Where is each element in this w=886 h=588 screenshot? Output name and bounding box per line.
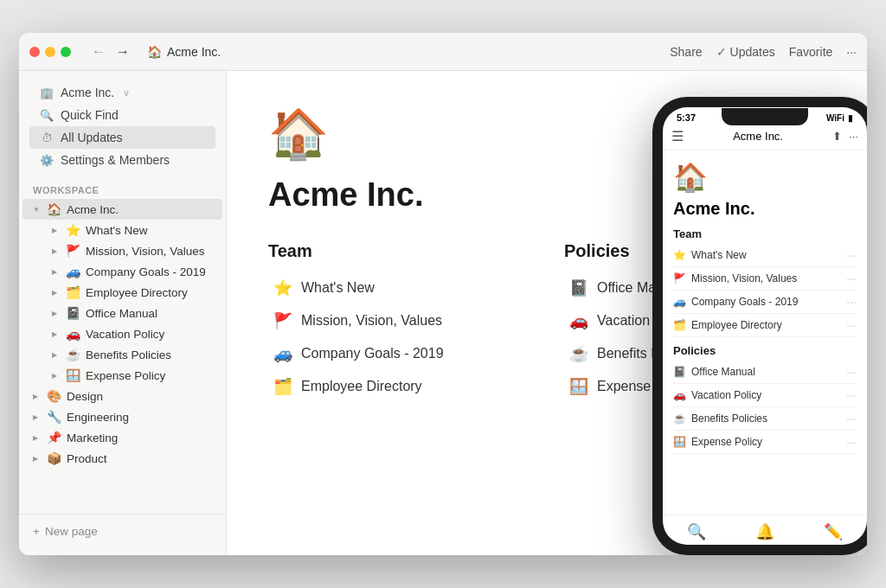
more-button[interactable]: ··· [846, 45, 857, 59]
sidebar-item-label: What's New [86, 224, 212, 237]
phone-policies-heading: Policies [673, 344, 857, 357]
share-button[interactable]: Share [670, 45, 702, 59]
phone-policies-benefits-policies[interactable]: ☕Benefits Policies··· [673, 407, 857, 431]
item-emoji: 📦 [47, 451, 61, 465]
back-arrow[interactable]: ← [88, 42, 109, 61]
item-label: Company Goals - 2019 [301, 346, 444, 361]
sidebar-top-label: Design [67, 390, 212, 403]
phone-policies-vacation-policy[interactable]: 🚗Vacation Policy··· [673, 384, 857, 407]
phone-item-label: Employee Directory [691, 319, 782, 331]
item-emoji: 🚩 [66, 244, 80, 258]
phone-item-emoji: ☕ [673, 412, 686, 425]
sidebar: 🏢 Acme Inc. ∨ 🔍 Quick Find ⏱ All Updates… [19, 71, 227, 555]
all-updates-label: All Updates [61, 131, 123, 144]
updates-button[interactable]: ✓ Updates [716, 45, 775, 59]
phone-search-tab[interactable]: 🔍 [687, 522, 706, 541]
clock-icon: ⏱ [40, 131, 54, 144]
check-icon: ✓ [716, 45, 727, 59]
breadcrumb[interactable]: 🏠 Acme Inc. [147, 45, 221, 59]
item-emoji: 🚗 [569, 311, 588, 330]
phone-item-more[interactable]: ··· [846, 295, 857, 309]
phone-menu-icon[interactable]: ☰ [671, 128, 684, 144]
phone-share-icon[interactable]: ⬆ [832, 130, 842, 143]
expand-tri-icon: ▶ [33, 393, 42, 400]
phone-policies-office-manual[interactable]: 📓Office Manual··· [673, 361, 857, 384]
expand-tri-icon: ▶ [52, 247, 61, 255]
sidebar-item-employee-directory[interactable]: ▶🗂️Employee Directory [42, 282, 222, 303]
phone-item-emoji: 🚗 [673, 389, 686, 401]
sidebar-item-office-manual[interactable]: ▶📓Office Manual [42, 303, 222, 323]
phone-policies-expense-policy[interactable]: 🪟Expense Policy··· [673, 431, 857, 454]
phone-item-more[interactable]: ··· [846, 412, 857, 425]
sidebar-item-vacation-policy[interactable]: ▶🚗Vacation Policy [42, 323, 222, 344]
phone-more-icon[interactable]: ··· [849, 130, 858, 143]
phone-item-more[interactable]: ··· [846, 365, 857, 379]
quick-find-item[interactable]: 🔍 Quick Find [29, 104, 215, 126]
item-emoji: 🪟 [66, 368, 80, 382]
team-item-whats-new[interactable]: ⭐What's New [268, 272, 530, 304]
settings-item[interactable]: ⚙️ Settings & Members [29, 149, 215, 171]
phone-item-emoji: 🚙 [673, 296, 686, 308]
team-item-company-goals---2019[interactable]: 🚙Company Goals - 2019 [268, 337, 530, 370]
close-button[interactable] [29, 47, 40, 57]
expand-tri-icon: ▶ [52, 351, 61, 359]
page-emoji: 🏠 [147, 45, 162, 59]
quick-find-label: Quick Find [61, 108, 119, 122]
sidebar-item-label: Vacation Policy [86, 328, 212, 341]
phone-team-mission-vision-values[interactable]: 🚩Mission, Vision, Values··· [673, 267, 857, 291]
phone-bottom-bar: 🔍 🔔 ✏️ [663, 514, 867, 545]
phone-item-label: Company Goals - 2019 [691, 296, 798, 308]
phone-team-company-goals---2019[interactable]: 🚙Company Goals - 2019··· [673, 291, 857, 314]
traffic-lights [29, 47, 71, 57]
new-page-button[interactable]: + New page [29, 521, 215, 541]
sidebar-item-design[interactable]: ▶🎨Design [22, 386, 222, 406]
breadcrumb-title: Acme Inc. [167, 45, 221, 59]
minimize-button[interactable] [45, 47, 55, 57]
workspace-name-label: Acme Inc. [61, 86, 114, 99]
app-window: ← → 🏠 Acme Inc. Share ✓ Updates Favorite… [19, 33, 867, 555]
sidebar-item-whats-new[interactable]: ▶⭐What's New [42, 220, 222, 240]
item-emoji: ⭐ [273, 278, 292, 297]
team-item-mission-vision-values[interactable]: 🚩Mission, Vision, Values [268, 304, 530, 337]
sidebar-item-label: Company Goals - 2019 [86, 265, 212, 278]
sidebar-item-marketing[interactable]: ▶📌Marketing [22, 427, 222, 448]
sidebar-item-mission-vision-values[interactable]: ▶🚩Mission, Vision, Values [42, 240, 222, 261]
sidebar-item-benefits-policies[interactable]: ▶☕Benefits Policies [42, 344, 222, 365]
phone-compose-tab[interactable]: ✏️ [824, 522, 843, 541]
phone-team-employee-directory[interactable]: 🗂️Employee Directory··· [673, 314, 857, 337]
sidebar-item-company-goals---2019[interactable]: ▶🚙Company Goals - 2019 [42, 261, 222, 282]
phone-bell-tab[interactable]: 🔔 [755, 522, 774, 541]
workspace-section-label: WORKSPACE [19, 178, 226, 199]
workspace-name-item[interactable]: 🏢 Acme Inc. ∨ [29, 81, 215, 104]
sidebar-item-expense-policy[interactable]: ▶🪟Expense Policy [42, 365, 222, 386]
phone-item-more[interactable]: ··· [846, 248, 857, 262]
phone-item-more[interactable]: ··· [846, 318, 857, 332]
expand-tri-icon: ▶ [52, 289, 61, 297]
phone-mockup: 5:37 WiFi ▮ ☰ Acme Inc. ⬆ ··· [652, 97, 867, 555]
team-item-employee-directory[interactable]: 🗂️Employee Directory [268, 370, 530, 403]
phone-team-heading: Team [673, 227, 857, 240]
sidebar-item-acme[interactable]: ▼ 🏠 Acme Inc. [22, 199, 222, 220]
phone-time: 5:37 [677, 112, 696, 123]
phone-team-whats-new[interactable]: ⭐What's New··· [673, 244, 857, 267]
phone-item-more[interactable]: ··· [846, 388, 857, 402]
item-emoji: 🔧 [47, 410, 61, 424]
phone-item-more[interactable]: ··· [846, 272, 857, 285]
sidebar-item-engineering[interactable]: ▶🔧Engineering [22, 406, 222, 427]
plus-icon: + [33, 525, 40, 538]
item-emoji: 🚗 [66, 327, 80, 341]
item-emoji: ☕ [569, 344, 588, 363]
phone-item-label: What's New [691, 249, 747, 261]
content-wrapper: 🏠 Acme Inc. Team ⭐What's New🚩Mission, Vi… [268, 105, 825, 403]
maximize-button[interactable] [61, 47, 71, 57]
phone-item-more[interactable]: ··· [846, 435, 857, 449]
phone-nav-icons: ⬆ ··· [832, 130, 858, 143]
title-bar: ← → 🏠 Acme Inc. Share ✓ Updates Favorite… [19, 33, 867, 71]
favorite-button[interactable]: Favorite [789, 45, 833, 59]
sidebar-item-label: Benefits Policies [86, 348, 212, 361]
item-emoji: ⭐ [66, 223, 80, 237]
expand-tri-icon: ▶ [33, 455, 42, 463]
forward-arrow[interactable]: → [112, 42, 133, 61]
sidebar-item-product[interactable]: ▶📦Product [22, 448, 222, 469]
all-updates-item[interactable]: ⏱ All Updates [29, 126, 215, 149]
